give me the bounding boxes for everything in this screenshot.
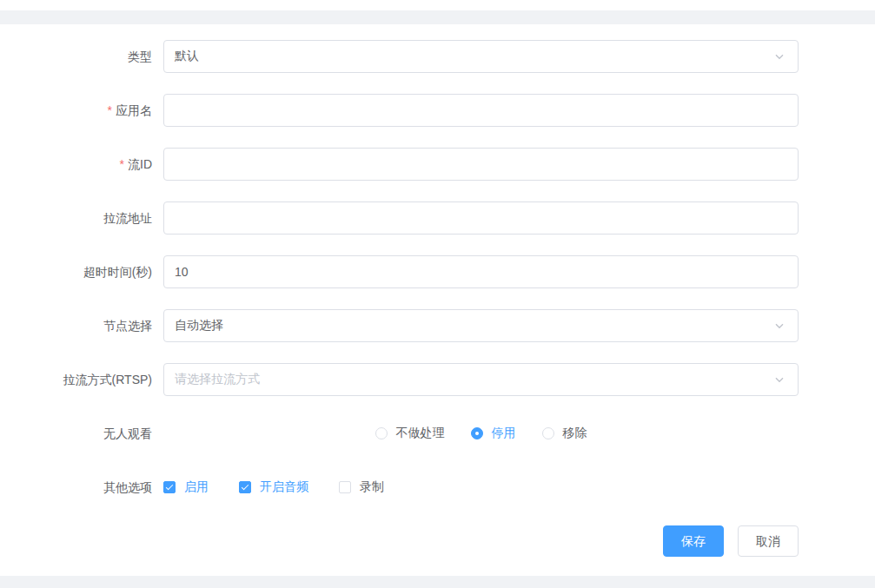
form-row-app-name: *应用名	[0, 94, 799, 127]
radio-no-action[interactable]: 不做处理	[375, 426, 445, 441]
timeout-label: 超时时间(秒)	[0, 255, 152, 288]
save-button[interactable]: 保存	[663, 525, 724, 557]
timeout-label-text: 超时时间(秒)	[83, 265, 152, 279]
stream-id-input[interactable]	[163, 148, 799, 181]
other-options-checkbox-group: 启用 开启音频 录制	[163, 471, 799, 504]
other-options-label-text: 其他选项	[103, 480, 152, 494]
stream-id-label: *流ID	[0, 148, 152, 181]
pull-url-label-text: 拉流地址	[103, 211, 152, 225]
checkbox-record[interactable]: 录制	[339, 479, 384, 495]
checkbox-enable[interactable]: 启用	[163, 479, 209, 495]
form-actions: 保存 取消	[0, 525, 799, 558]
app-name-label-text: 应用名	[116, 103, 152, 117]
radio-disable-label: 停用	[492, 426, 516, 441]
radio-disable[interactable]: 停用	[471, 426, 516, 441]
form-row-node-select: 节点选择 自动选择	[0, 309, 799, 342]
radio-remove[interactable]: 移除	[542, 426, 587, 441]
radio-unchecked-icon	[542, 427, 554, 439]
type-select-value: 默认	[175, 49, 199, 64]
radio-checked-icon	[471, 427, 483, 439]
required-marker: *	[108, 103, 112, 117]
node-select-value: 自动选择	[175, 318, 223, 334]
checkbox-audio-label: 开启音频	[260, 479, 308, 495]
node-select-label-text: 节点选择	[103, 319, 152, 333]
idle-action-label: 无人观看	[0, 417, 152, 450]
checkbox-checked-icon	[239, 481, 251, 493]
form-row-type: 类型 默认	[0, 40, 799, 73]
chevron-down-icon	[773, 320, 786, 332]
type-label: 类型	[0, 40, 152, 73]
top-divider-band	[0, 10, 875, 24]
form-row-idle-action: 无人观看 不做处理 停用 移除	[0, 417, 799, 450]
chevron-down-icon	[773, 373, 786, 386]
form-row-stream-id: *流ID	[0, 148, 799, 181]
pull-mode-select[interactable]: 请选择拉流方式	[163, 363, 799, 396]
pull-mode-select-placeholder: 请选择拉流方式	[175, 372, 260, 387]
checkbox-unchecked-icon	[339, 481, 351, 493]
other-options-label: 其他选项	[0, 471, 152, 504]
form-row-pull-url: 拉流地址	[0, 202, 799, 235]
radio-unchecked-icon	[375, 427, 388, 439]
checkbox-enable-label: 启用	[184, 479, 209, 495]
pull-mode-label-text: 拉流方式(RTSP)	[63, 373, 152, 386]
form-row-pull-mode: 拉流方式(RTSP) 请选择拉流方式	[0, 363, 799, 396]
pull-url-input[interactable]	[163, 202, 799, 235]
form-row-other-options: 其他选项 启用 开启音频 录制	[0, 471, 799, 504]
stream-id-label-text: 流ID	[128, 157, 152, 171]
chevron-down-icon	[773, 50, 786, 63]
type-select[interactable]: 默认	[163, 40, 799, 73]
node-select[interactable]: 自动选择	[163, 309, 799, 342]
checkbox-record-label: 录制	[360, 479, 384, 495]
idle-action-radio-group: 不做处理 停用 移除	[163, 417, 799, 450]
app-name-label: *应用名	[0, 94, 152, 127]
idle-action-label-text: 无人观看	[103, 426, 152, 440]
stream-config-form: 类型 默认 *应用名 *流ID 拉流地址 超时时间(秒)	[0, 40, 799, 578]
radio-no-action-label: 不做处理	[396, 426, 445, 441]
checkbox-audio[interactable]: 开启音频	[239, 479, 308, 495]
required-marker: *	[120, 157, 124, 171]
node-select-label: 节点选择	[0, 309, 152, 342]
radio-remove-label: 移除	[563, 426, 587, 441]
checkbox-checked-icon	[163, 481, 176, 493]
cancel-button[interactable]: 取消	[738, 525, 799, 557]
timeout-input[interactable]	[163, 255, 799, 288]
pull-mode-label: 拉流方式(RTSP)	[0, 363, 152, 396]
app-name-input[interactable]	[163, 94, 799, 127]
type-label-text: 类型	[128, 50, 152, 63]
form-row-timeout: 超时时间(秒)	[0, 255, 799, 288]
pull-url-label: 拉流地址	[0, 202, 152, 235]
